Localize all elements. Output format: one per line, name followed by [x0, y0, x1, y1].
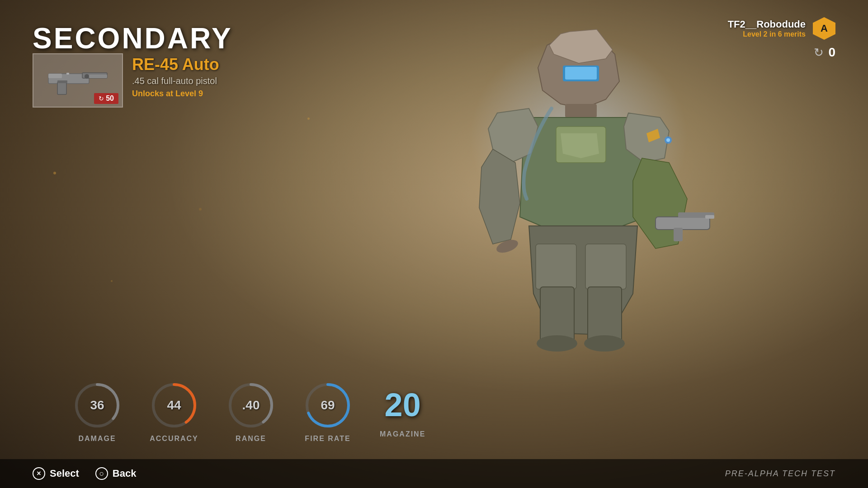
- fire-rate-circle: 69: [303, 380, 353, 430]
- stat-magazine: 20 MAGAZINE: [380, 389, 425, 438]
- range-circle: .40: [226, 380, 276, 430]
- back-hint[interactable]: ○ Back: [95, 467, 137, 480]
- weapon-panel: ↻ 50 RE-45 Auto .45 cal full-auto pistol…: [33, 53, 219, 108]
- character-display: [398, 0, 760, 407]
- svg-marker-16: [561, 133, 599, 158]
- currency-icon: ↻: [814, 46, 824, 60]
- currency-panel: ↻ 0: [814, 45, 835, 60]
- svg-marker-19: [479, 149, 520, 244]
- weapon-icon-svg: [44, 65, 112, 96]
- damage-value: 36: [72, 380, 122, 430]
- currency-value: 0: [828, 45, 835, 60]
- select-label: Select: [50, 468, 79, 479]
- username: TF2__Robodude: [728, 19, 806, 30]
- svg-rect-28: [585, 244, 626, 289]
- stats-panel: 36 DAMAGE 44 ACCURACY .40: [72, 380, 425, 443]
- range-value: .40: [226, 380, 276, 430]
- page-title: SECONDARY: [33, 22, 233, 55]
- weapon-info: RE-45 Auto .45 cal full-auto pistol Unlo…: [132, 53, 219, 99]
- accuracy-value: 44: [149, 380, 199, 430]
- user-info: TF2__Robodude Level 2 in 6 merits: [728, 19, 806, 38]
- damage-circle: 36: [72, 380, 122, 430]
- svg-point-33: [665, 136, 672, 144]
- back-label: Back: [113, 468, 137, 479]
- svg-rect-27: [536, 244, 576, 289]
- magazine-label: MAGAZINE: [380, 430, 425, 438]
- weapon-name: RE-45 Auto: [132, 55, 219, 74]
- svg-marker-18: [624, 113, 669, 163]
- weapon-image: ↻ 50: [33, 53, 123, 108]
- svg-rect-30: [588, 287, 622, 341]
- svg-point-25: [495, 237, 519, 255]
- bottom-bar: × Select ○ Back PRE-ALPHA TECH TEST: [0, 459, 868, 488]
- svg-rect-23: [674, 228, 683, 241]
- svg-point-4: [85, 74, 89, 79]
- cost-icon: ↻: [99, 95, 104, 102]
- svg-rect-5: [89, 75, 107, 78]
- user-level: Level 2 in 6 merits: [728, 30, 806, 38]
- svg-rect-21: [656, 217, 710, 230]
- svg-marker-35: [646, 129, 660, 142]
- svg-point-31: [537, 335, 577, 352]
- svg-rect-7: [57, 80, 67, 83]
- svg-rect-11: [563, 66, 599, 81]
- svg-rect-13: [565, 104, 597, 117]
- watermark: PRE-ALPHA TECH TEST: [725, 469, 835, 479]
- svg-rect-3: [48, 74, 62, 78]
- svg-rect-12: [565, 67, 597, 80]
- character-svg: [398, 0, 760, 407]
- svg-rect-6: [66, 73, 69, 75]
- svg-rect-24: [705, 215, 714, 219]
- accuracy-circle: 44: [149, 380, 199, 430]
- svg-marker-9: [538, 32, 619, 108]
- svg-rect-2: [57, 82, 66, 94]
- user-panel: TF2__Robodude Level 2 in 6 merits A: [728, 17, 835, 40]
- stat-fire-rate: 69 FIRE RATE: [303, 380, 353, 443]
- svg-marker-26: [529, 226, 637, 334]
- range-label: RANGE: [236, 435, 266, 443]
- svg-marker-17: [488, 108, 538, 163]
- fire-rate-value: 69: [303, 380, 353, 430]
- weapon-cost: ↻ 50: [94, 93, 118, 104]
- svg-marker-10: [549, 29, 613, 63]
- apex-logo: A: [813, 17, 835, 40]
- weapon-unlock: Unlocks at Level 9: [132, 89, 219, 99]
- cost-value: 50: [106, 94, 114, 103]
- svg-point-8: [443, 36, 714, 289]
- back-icon: ○: [95, 467, 108, 480]
- svg-marker-20: [633, 158, 687, 249]
- apex-logo-icon: A: [821, 23, 828, 34]
- svg-point-34: [666, 138, 670, 142]
- stat-range: .40 RANGE: [226, 380, 276, 443]
- magazine-value: 20: [385, 389, 421, 421]
- select-icon: ×: [33, 467, 45, 480]
- select-hint[interactable]: × Select: [33, 467, 79, 480]
- svg-rect-22: [678, 212, 714, 218]
- damage-label: DAMAGE: [78, 435, 116, 443]
- stat-damage: 36 DAMAGE: [72, 380, 122, 443]
- stat-accuracy: 44 ACCURACY: [149, 380, 199, 443]
- weapon-description: .45 cal full-auto pistol: [132, 76, 219, 86]
- svg-point-32: [584, 335, 625, 352]
- accuracy-label: ACCURACY: [150, 435, 198, 443]
- svg-marker-14: [520, 117, 646, 230]
- button-hints: × Select ○ Back: [33, 467, 136, 480]
- svg-rect-15: [556, 127, 606, 163]
- svg-rect-29: [540, 287, 574, 341]
- fire-rate-label: FIRE RATE: [305, 435, 350, 443]
